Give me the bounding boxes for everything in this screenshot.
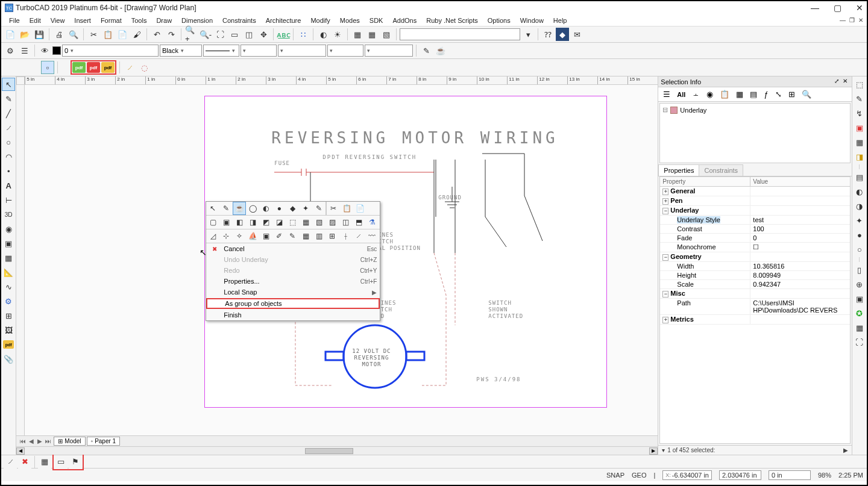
misc-dropdown-1[interactable] xyxy=(327,45,363,57)
ctx-box4-icon[interactable]: ◨ xyxy=(246,216,259,229)
ctx-hidden-icon[interactable]: ◐ xyxy=(259,202,272,215)
line-tool-icon[interactable]: ⟋ xyxy=(123,61,136,74)
ctx-box8-icon[interactable]: ▦ xyxy=(299,216,312,229)
ctx-t10-icon[interactable]: ⊞ xyxy=(326,229,339,243)
color-dropdown[interactable]: Black xyxy=(160,45,202,57)
lineweight-dropdown[interactable] xyxy=(241,45,277,57)
ctx-t4-icon[interactable]: ⛵ xyxy=(246,229,259,243)
zoom-window-button[interactable]: ⛶ xyxy=(213,28,227,41)
tree-item-underlay[interactable]: ⊟ Underlay xyxy=(662,106,847,114)
prop-row-general[interactable]: +General xyxy=(660,187,849,196)
copy-button[interactable]: 📋 xyxy=(101,28,115,41)
command-dropdown[interactable]: ▾ xyxy=(521,28,535,41)
menu-ruby[interactable]: Ruby .Net Scripts xyxy=(422,16,482,25)
ctx-t6-icon[interactable]: ✐ xyxy=(272,229,286,243)
zoom-out-button[interactable]: 🔍- xyxy=(199,28,212,41)
dimension-tool[interactable]: ⊢ xyxy=(2,193,15,207)
prop-row-underlay-style[interactable]: Underlay Styletest xyxy=(660,216,849,225)
menu-window[interactable]: Window xyxy=(516,16,548,25)
menu-insert[interactable]: Insert xyxy=(70,16,95,25)
pdf-import-button[interactable]: pdf xyxy=(72,62,86,73)
filter-icon[interactable]: ☰ xyxy=(661,89,673,100)
panel-pin-button[interactable]: ⤢ xyxy=(832,78,841,86)
pdf-tool[interactable]: pdf xyxy=(2,338,15,351)
selection-tree[interactable]: ⊟ Underlay xyxy=(659,103,850,163)
save-button[interactable]: 💾 xyxy=(33,28,46,41)
render-button[interactable]: ◐ xyxy=(316,28,330,41)
menu-modes[interactable]: Modes xyxy=(336,16,364,25)
ctx-wire-icon[interactable]: ◯ xyxy=(246,202,259,215)
prop-row-fade[interactable]: Fade0 xyxy=(660,234,849,243)
rtool-1[interactable]: ⬚ xyxy=(853,78,866,91)
tab-last-button[interactable]: ⏭ xyxy=(44,438,52,444)
menu-help[interactable]: Help xyxy=(549,16,571,25)
scroll-right-button[interactable]: ▶ xyxy=(649,447,658,455)
menu-view[interactable]: View xyxy=(46,16,69,25)
btm-3[interactable]: ▦ xyxy=(38,455,51,469)
menu-draw[interactable]: Draw xyxy=(152,16,176,25)
rtool-16[interactable]: ▦ xyxy=(853,321,866,334)
ctx-box3-icon[interactable]: ◧ xyxy=(233,216,246,229)
rtool-7[interactable]: ▤ xyxy=(853,170,866,184)
z-coord[interactable]: 0 in xyxy=(769,470,811,480)
tab-properties[interactable]: Properties xyxy=(658,164,699,176)
prop-row-width[interactable]: Width10.365816 xyxy=(660,262,849,271)
ctx-box1-icon[interactable]: ▢ xyxy=(206,216,219,229)
lights-button[interactable]: ☀ xyxy=(331,28,344,41)
ctx-render-icon[interactable]: ☕ xyxy=(233,202,246,215)
pen-button[interactable]: ✎ xyxy=(420,44,433,57)
prop-row-contrast[interactable]: Contrast100 xyxy=(660,225,849,234)
btm-world-button[interactable]: ▭ xyxy=(54,455,68,469)
attach-tool[interactable]: 📎 xyxy=(2,352,15,366)
line-tool[interactable]: ✎ xyxy=(2,92,15,105)
arc-tool[interactable]: ◠ xyxy=(2,150,15,163)
layers-button[interactable]: ☰ xyxy=(18,44,31,57)
menu-architecture[interactable]: Architecture xyxy=(262,16,306,25)
rtool-compass-icon[interactable]: ✪ xyxy=(853,307,866,320)
selection-next-button[interactable]: ▶ xyxy=(843,447,848,453)
materials-button[interactable]: ▦ xyxy=(351,28,364,41)
pan-button[interactable]: ✥ xyxy=(257,28,270,41)
linetype-dropdown[interactable] xyxy=(203,45,239,57)
rtool-8[interactable]: ◐ xyxy=(853,185,866,198)
menu-addons[interactable]: AddOns xyxy=(388,16,421,25)
rtool-5[interactable]: ▦ xyxy=(853,136,866,149)
ctx-item-finish[interactable]: Finish xyxy=(206,310,380,320)
x-coord[interactable]: X:-6.634007 in xyxy=(662,470,712,480)
rtool-2[interactable]: ✎ xyxy=(853,92,866,105)
zoom-extents-button[interactable]: ▭ xyxy=(228,28,241,41)
ctx-box2-icon[interactable]: ▣ xyxy=(219,216,233,229)
command-input[interactable] xyxy=(400,28,520,40)
ctx-flask-icon[interactable]: ⚗ xyxy=(365,216,379,229)
gear-tool[interactable]: ⚙ xyxy=(2,294,15,308)
ctx-select-icon[interactable]: ↖ xyxy=(206,202,219,215)
layer-dropdown[interactable]: 0 xyxy=(62,45,159,57)
ctx-t7-icon[interactable]: ✎ xyxy=(286,229,299,243)
email-button[interactable]: ✉ xyxy=(570,28,583,41)
rtool-11[interactable]: ● xyxy=(853,228,866,241)
grid-button[interactable]: ∷ xyxy=(297,28,310,41)
menu-format[interactable]: Format xyxy=(96,16,126,25)
print-preview-button[interactable]: 🔍 xyxy=(67,28,80,41)
ctx-edit-icon[interactable]: ✎ xyxy=(219,202,233,215)
tab-model[interactable]: ⊞Model xyxy=(54,437,85,446)
ctx-item-redo[interactable]: RedoCtrl+Y xyxy=(206,265,380,276)
ctx-t11-icon[interactable]: ⟊ xyxy=(339,229,352,243)
3d-tool[interactable]: 3D xyxy=(2,208,15,221)
menu-edit[interactable]: Edit xyxy=(25,16,45,25)
y-coord[interactable]: 2.030476 in xyxy=(719,470,761,480)
circle-tool-icon[interactable]: ◌ xyxy=(137,61,151,74)
panel-close-button[interactable]: ✕ xyxy=(841,78,849,86)
prop-row-pen[interactable]: +Pen xyxy=(660,196,849,206)
zoom-level[interactable]: 98% xyxy=(818,472,831,479)
ctx-box9-icon[interactable]: ▧ xyxy=(312,216,326,229)
ctx-box6-icon[interactable]: ◪ xyxy=(272,216,286,229)
btm-paper-button[interactable]: ⚑ xyxy=(69,455,82,469)
ctx-t1-icon[interactable]: ◿ xyxy=(206,229,219,243)
btm-2[interactable]: ✖ xyxy=(18,455,31,469)
rtool-13[interactable]: ▯ xyxy=(853,263,866,276)
rtool-12[interactable]: ○ xyxy=(853,243,866,256)
ctx-t13-icon[interactable]: 〰 xyxy=(365,229,379,243)
prop-row-height[interactable]: Height8.009949 xyxy=(660,271,849,280)
filter-grid-icon[interactable]: ▦ xyxy=(734,89,746,100)
